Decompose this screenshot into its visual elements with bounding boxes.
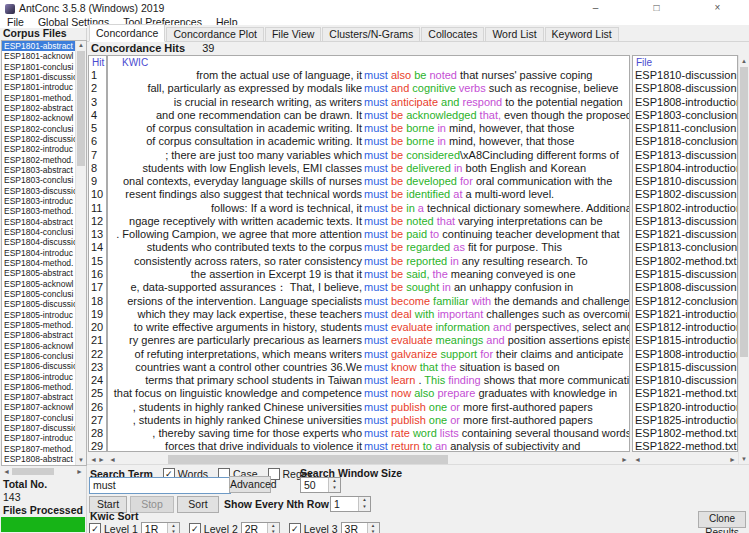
corpus-file-item[interactable]: ESP1807-conclusi (2, 413, 76, 423)
kwic-row[interactable]: fall, particularly as expressed by modal… (108, 82, 629, 95)
level-1-stepper[interactable]: 1R▲▼ (141, 522, 180, 533)
corpus-file-item[interactable]: ESP1802-acknowl (2, 113, 76, 123)
corpus-file-item[interactable]: ESP1805-abstract (2, 268, 76, 278)
spin-down-icon[interactable]: ▼ (329, 485, 340, 492)
corpus-file-item[interactable]: ESP1804-abstract (2, 217, 76, 227)
corpus-file-item[interactable]: ESP1805-introduc (2, 310, 76, 320)
kwic-row[interactable]: of corpus consultation in academic writi… (108, 135, 629, 148)
kwic-row[interactable]: to write effective arguments in history,… (108, 321, 629, 334)
corpus-file-item[interactable]: ESP1801-method. (2, 93, 76, 103)
sort-button[interactable]: Sort (177, 496, 219, 513)
kwic-row[interactable]: , thereby saving time for those experts … (108, 427, 629, 440)
kwic-row[interactable]: terms that primary school students in Ta… (108, 374, 629, 387)
tab-collocates[interactable]: Collocates (421, 27, 484, 41)
spin-down-icon[interactable]: ▼ (368, 529, 379, 533)
kwic-row[interactable]: of corpus consultation in academic writi… (108, 122, 629, 135)
corpus-file-item[interactable]: ESP1801-conclusi (2, 62, 76, 72)
scrollbar-thumb[interactable] (168, 455, 448, 464)
corpus-file-item[interactable]: ESP1807-acknowl (2, 402, 76, 412)
search-window-size-value[interactable]: 50 (301, 478, 328, 492)
corpus-file-item[interactable]: ESP1807-introduc (2, 433, 76, 443)
spin-down-icon[interactable]: ▼ (268, 529, 279, 533)
corpus-file-item[interactable]: ESP1807-discussio (2, 423, 76, 433)
kwic-row[interactable]: ngage receptively with written academic … (108, 215, 629, 228)
tab-concordance-plot[interactable]: Concordance Plot (166, 27, 263, 41)
corpus-file-item[interactable]: ESP1801-abstract (2, 41, 76, 51)
scroll-left-icon[interactable]: ◄ (3, 466, 10, 477)
scroll-down-icon[interactable]: ▼ (76, 456, 86, 465)
corpus-file-item[interactable]: ESP1805-conclusi (2, 289, 76, 299)
corpus-file-item[interactable]: ESP1802-conclusi (2, 124, 76, 134)
corpus-file-item[interactable]: ESP1805-method. (2, 320, 76, 330)
corpus-file-item[interactable]: ESP1802-method. (2, 155, 76, 165)
corpus-file-item[interactable]: ESP1803-conclusi (2, 175, 76, 185)
corpus-file-item[interactable]: ESP1802-discussio (2, 134, 76, 144)
corpus-file-item[interactable]: ESP1806-method. (2, 382, 76, 392)
kwic-row[interactable]: ry genres are particularly precarious as… (108, 334, 629, 347)
scroll-up-icon[interactable]: ▲ (739, 56, 749, 66)
kwic-row[interactable]: countries want a control other countries… (108, 361, 629, 374)
level-3-stepper[interactable]: 3R▲▼ (341, 522, 380, 533)
clone-results-button[interactable]: Clone Results (698, 511, 746, 528)
corpus-file-item[interactable]: ESP1805-acknowl (2, 279, 76, 289)
nth-row-stepper[interactable]: 1 ▲▼ (330, 496, 371, 512)
kwic-row[interactable]: which they may lack expertise, these tea… (108, 308, 629, 321)
corpus-file-item[interactable]: ESP1801-acknowl (2, 51, 76, 61)
nth-row-value[interactable]: 1 (331, 497, 358, 511)
corpus-file-item[interactable]: ESP1803-abstract (2, 165, 76, 175)
scroll-down-icon[interactable]: ▼ (739, 454, 749, 464)
level-2-checkbox[interactable]: ✓ (189, 523, 201, 533)
search-input[interactable]: must (89, 477, 231, 494)
spin-up-icon[interactable]: ▲ (329, 478, 340, 485)
corpus-file-item[interactable]: ESP1802-introduc (2, 144, 76, 154)
tab-file-view[interactable]: File View (265, 27, 321, 41)
level-3-value[interactable]: 3R (342, 523, 367, 533)
corpus-file-item[interactable]: ESP1808-abstract (2, 454, 76, 464)
kwic-row[interactable]: resent findings also suggest that techni… (108, 188, 629, 201)
corpus-file-item[interactable]: ESP1805-discussio (2, 299, 76, 309)
kwic-row[interactable]: consistently across raters, so rater con… (108, 255, 629, 268)
corpus-file-item[interactable]: ESP1806-abstract (2, 330, 76, 340)
corpus-file-item[interactable]: ESP1803-method. (2, 206, 76, 216)
level-1-checkbox[interactable]: ✓ (89, 523, 101, 533)
level-1-value[interactable]: 1R (142, 523, 167, 533)
corpus-file-item[interactable]: ESP1807-abstract (2, 392, 76, 402)
spin-down-icon[interactable]: ▼ (359, 504, 370, 511)
corpus-file-item[interactable]: ESP1807-method. (2, 444, 76, 454)
corpus-file-item[interactable]: ESP1803-introduc (2, 196, 76, 206)
menu-file[interactable]: File (0, 16, 31, 28)
kwic-row[interactable]: ersions of the intervention. Language sp… (108, 295, 629, 308)
kwic-row[interactable]: follows: If a word is technical, it must… (108, 202, 629, 215)
level-2-value[interactable]: 2R (242, 523, 267, 533)
corpus-file-item[interactable]: ESP1802-abstract (2, 103, 76, 113)
kwic-row[interactable]: that focus on linguistic knowledge and c… (108, 387, 629, 400)
kwic-row[interactable]: the assertion in Excerpt 19 is that it m… (108, 268, 629, 281)
spin-down-icon[interactable]: ▼ (168, 529, 179, 533)
corpus-file-item[interactable]: ESP1804-method. (2, 258, 76, 268)
corpus-file-item[interactable]: ESP1804-introduc (2, 248, 76, 258)
scrollbar-thumb[interactable] (12, 468, 54, 475)
spin-up-icon[interactable]: ▲ (359, 497, 370, 504)
corpus-file-item[interactable]: ESP1804-conclusi (2, 227, 76, 237)
kwic-row[interactable]: . Following Campion, we agree that more … (108, 228, 629, 241)
search-window-size-stepper[interactable]: 50 ▲▼ (300, 477, 341, 493)
corpus-file-item[interactable]: ESP1801-discussio (2, 72, 76, 82)
scroll-right-icon[interactable]: ► (76, 466, 83, 477)
kwic-row[interactable]: of refuting interpretations, which means… (108, 348, 629, 361)
restore-button[interactable]: □ (626, 0, 687, 15)
tab-word-list[interactable]: Word List (485, 27, 543, 41)
scrollbar-thumb[interactable] (77, 51, 85, 166)
advanced-button[interactable]: Advanced (229, 476, 271, 493)
scrollbar-thumb[interactable] (740, 67, 748, 357)
kwic-row[interactable]: e, data-supported assurances： That, I be… (108, 281, 629, 294)
kwic-row[interactable]: , students in highly ranked Chinese univ… (108, 414, 629, 427)
kwic-row[interactable]: students who contributed texts to the co… (108, 241, 629, 254)
kwic-row[interactable]: onal contexts, everyday language skills … (108, 175, 629, 188)
corpus-file-item[interactable]: ESP1806-introduc (2, 372, 76, 382)
corpus-file-item[interactable]: ESP1801-introduc (2, 82, 76, 92)
close-button[interactable]: × (687, 0, 748, 15)
minimize-button[interactable]: – (565, 0, 626, 15)
level-2-stepper[interactable]: 2R▲▼ (241, 522, 280, 533)
kwic-row[interactable]: from the actual use of language, it must… (108, 69, 629, 82)
corpus-file-item[interactable]: ESP1803-discussio (2, 186, 76, 196)
